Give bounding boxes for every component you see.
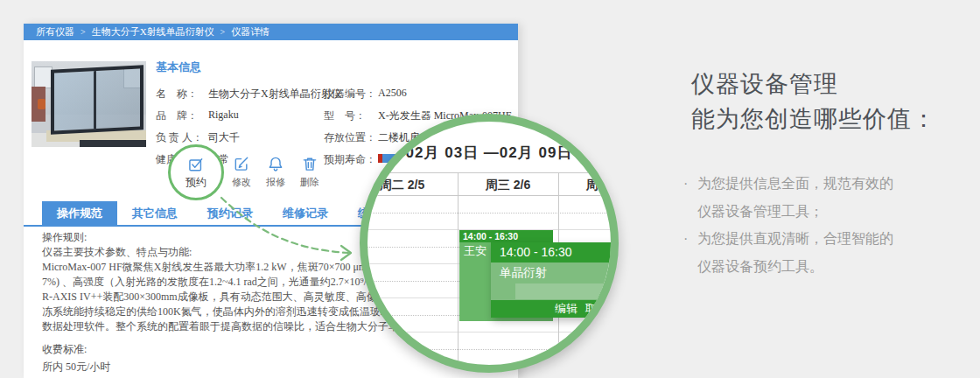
popup-time-label: 14:00 - 16:30 [491,242,619,262]
edit-icon [233,155,250,172]
breadcrumb-item-instrument[interactable]: 生物大分子X射线单晶衍射仪 [92,25,214,38]
breadcrumb-separator: > [220,27,226,37]
field-label: 型 号： [324,108,378,123]
photo-equipment-detail [38,99,46,109]
field-value: Rigaku [208,108,239,122]
bullet-marker [683,253,697,281]
bullet-text: 仪器设备预约工具。 [697,253,823,281]
popup-inner-panel [515,284,619,299]
trash-icon [301,155,318,172]
calendar-grid-row [360,214,619,231]
breadcrumb: 所有仪器 > 生物大分子X射线单晶衍射仪 > 仪器详情 [24,24,518,40]
breadcrumb-item-detail: 仪器详情 [231,25,270,38]
field-label: 预期寿命： [324,152,378,167]
popup-event-title: 单晶衍射 [500,265,619,281]
field-label: 名 称： [156,87,208,102]
instrument-photo [32,61,146,147]
promo-bullet-line: 仪器设备预约工具。 [683,253,893,281]
calendar-column-wednesday: 周三 2/6 [458,173,558,195]
field-serial: 仪器编号： A2506 [324,87,511,108]
modify-button-label: 修改 [232,176,251,189]
promo-bullets: · 为您提供信息全面，规范有效的 仪器设备管理工具； · 为您提供直观清晰，合理… [683,170,893,280]
edit-link[interactable]: 编辑 [555,300,578,318]
promo-bullet-line: 仪器设备管理工具； [683,198,893,226]
tab-operation-spec[interactable]: 操作规范 [42,201,117,225]
reserve-button[interactable]: 预约 [168,144,224,200]
field-label: 品 牌： [156,108,208,123]
promo-heading-line2: 能为您创造哪些价值： [691,102,936,136]
calendar-magnifier: 02月 03日 —02月 09日 周二 2/5 周三 2/6 周四 2/7 [360,114,619,373]
breadcrumb-separator: > [80,27,86,37]
delete-button-label: 删除 [300,176,319,189]
breadcrumb-item-all-instruments[interactable]: 所有仪器 [36,25,74,38]
tab-reservation-records[interactable]: 预约记录 [192,201,268,225]
calendar-grid-row [360,196,619,214]
field-value: 生物大分子X射线单晶衍射仪 [208,87,342,102]
photo-cabinet-plinth [80,140,146,147]
field-label: 仪器编号： [324,87,378,102]
field-name: 名 称： 生物大分子X射线单晶衍射仪 [156,87,324,108]
field-value: 司大千 [208,130,240,145]
bullet-text: 仪器设备管理工具； [697,198,823,226]
bullet-marker: · [683,225,697,253]
promo-bullet-line: · 为您提供直观清晰，合理智能的 [683,225,893,253]
report-repair-button-label: 报修 [266,176,285,189]
bullet-marker [683,198,697,226]
bullet-text: 为您提供直观清晰，合理智能的 [697,225,893,253]
field-brand: 品 牌： Rigaku [156,108,324,130]
tab-other-info[interactable]: 其它信息 [117,201,192,225]
report-repair-button[interactable]: 报修 [258,155,293,189]
event-detail-popup: 14:00 - 16:30 单晶衍射 编辑 取消 [491,242,619,318]
modify-button[interactable]: 修改 [224,155,259,189]
tab-repair-records[interactable]: 维修记录 [268,201,343,225]
field-label: 存放位置： [324,130,378,145]
basic-info-title: 基本信息 [156,60,510,75]
calendar-column-divider [458,172,458,373]
photo-glass-cabinet [51,65,144,135]
calendar-header-row: 周二 2/5 周三 2/6 周四 2/7 [360,172,619,196]
bullet-marker: · [683,170,697,198]
photo-window [34,66,52,88]
promo-heading: 仪器设备管理 能为您创造哪些价值： [691,66,936,136]
popup-body: 单晶衍射 [491,262,619,300]
promo-bullet-line: · 为您提供信息全面，规范有效的 [683,170,893,198]
field-label: 负 责 人： [156,130,208,145]
reservation-calendar: 02月 03日 —02月 09日 周二 2/5 周三 2/6 周四 2/7 [368,122,611,365]
bullet-text: 为您提供信息全面，规范有效的 [697,170,893,198]
promo-heading-line1: 仪器设备管理 [691,66,936,102]
field-value: A2506 [378,87,407,100]
delete-button[interactable]: 删除 [292,155,327,189]
checkbox-check-icon [187,156,205,173]
calendar-week-range: 02月 03日 —02月 09日 [368,143,611,163]
page: 所有仪器 > 生物大分子X射线单晶衍射仪 > 仪器详情 基本信息 名 称： [0,0,980,378]
event-time-label: 14:00 - 16:30 [459,230,553,242]
bell-icon [267,155,284,172]
reserve-button-label: 预约 [186,175,206,190]
